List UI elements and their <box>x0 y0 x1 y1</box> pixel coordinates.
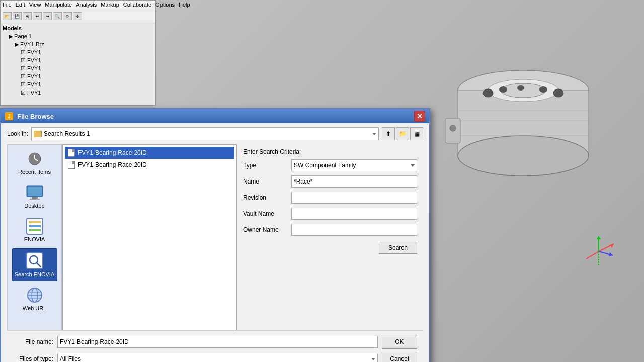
svg-marker-20 <box>610 244 614 248</box>
toolbar-print[interactable]: 🖨 <box>23 12 32 20</box>
tree-item[interactable]: ☑ FVY1 <box>3 88 153 97</box>
owner-name-input[interactable] <box>291 224 417 236</box>
menu-collaborate[interactable]: Collaborate <box>123 2 151 8</box>
dialog-sidebar: Recent Items Desktop <box>7 144 62 330</box>
cad-model-panel: File Edit View Manipulate Analysis Marku… <box>0 0 156 106</box>
web-url-icon <box>25 286 45 304</box>
tree-item[interactable]: ☑ FVY1 <box>3 80 153 88</box>
svg-marker-22 <box>609 252 613 256</box>
navigate-up-button[interactable]: ⬆ <box>382 127 395 140</box>
search-criteria-title: Enter Search Criteria: <box>243 148 417 155</box>
look-in-dropdown[interactable]: Search Results 1 <box>31 127 379 140</box>
svg-line-16 <box>586 251 599 259</box>
svg-rect-29 <box>30 199 40 200</box>
vault-name-field-row: Vault Name <box>243 208 417 220</box>
cancel-button[interactable]: Cancel <box>382 352 417 362</box>
ok-button[interactable]: OK <box>382 335 417 349</box>
menu-analysis[interactable]: Analysis <box>76 2 97 8</box>
sidebar-item-search-enovia[interactable]: Search ENOVIA <box>12 248 57 281</box>
enovia-label: ENOVIA <box>24 236 45 243</box>
toolbar-redo[interactable]: ↪ <box>43 12 52 20</box>
recent-items-label: Recent Items <box>18 169 51 175</box>
cad-toolbar[interactable]: 📂 💾 🖨 ↩ ↪ 🔍 ⟳ ✛ <box>1 9 155 23</box>
menu-view[interactable]: View <box>29 2 41 8</box>
tree-item[interactable]: ☑ FVY1 <box>3 64 153 72</box>
view-options-button[interactable]: ▦ <box>410 127 423 140</box>
tree-item[interactable]: ☑ FVY1 <box>3 48 153 56</box>
name-label: Name <box>243 178 288 185</box>
svg-marker-21 <box>597 236 601 239</box>
toolbar-zoom[interactable]: 🔍 <box>53 12 62 20</box>
menu-help[interactable]: Help <box>179 2 190 8</box>
svg-rect-27 <box>28 187 42 196</box>
file-list-area: FVY1-Bearing-Race-20ID FVY1-Bearing-Race… <box>62 144 237 330</box>
file-doc-icon-1 <box>68 161 75 169</box>
vault-name-input[interactable] <box>291 208 417 220</box>
sidebar-item-desktop[interactable]: Desktop <box>12 180 57 212</box>
file-name-1: FVY1-Bearing-Race-20ID <box>78 161 147 168</box>
toolbar-pan[interactable]: ✛ <box>73 12 82 20</box>
dropdown-arrow-icon <box>372 133 376 135</box>
svg-rect-28 <box>32 197 38 199</box>
toolbar-undo[interactable]: ↩ <box>33 12 42 20</box>
menu-manipulate[interactable]: Manipulate <box>45 2 72 8</box>
dialog-title-text: File Browse <box>17 113 414 120</box>
sidebar-item-recent[interactable]: Recent Items <box>12 147 57 178</box>
dialog-bottom-bar: File name: OK Files of type: All Files C… <box>7 330 423 362</box>
create-folder-button[interactable]: 📁 <box>396 127 409 140</box>
toolbar-save[interactable]: 💾 <box>13 12 22 20</box>
tree-item[interactable]: ☑ FVY1 <box>3 56 153 64</box>
menu-edit[interactable]: Edit <box>16 2 25 8</box>
search-button[interactable]: Search <box>379 242 417 254</box>
file-list-item-1[interactable]: FVY1-Bearing-Race-20ID <box>65 159 234 171</box>
svg-rect-31 <box>29 221 41 223</box>
look-in-toolbar: ⬆ 📁 ▦ <box>382 127 423 140</box>
look-in-bar: Look in: Search Results 1 ⬆ 📁 ▦ <box>7 127 423 140</box>
toolbar-rotate[interactable]: ⟳ <box>63 12 72 20</box>
dialog-close-button[interactable]: ✕ <box>414 111 425 122</box>
look-in-text: Search Results 1 <box>44 130 90 137</box>
sidebar-item-enovia[interactable]: ENOVIA <box>12 214 57 246</box>
web-url-label: Web URL <box>23 305 46 312</box>
file-name-label: File name: <box>13 338 53 345</box>
revision-label: Revision <box>243 194 288 201</box>
file-browse-dialog: J File Browse ✕ Look in: Search Results … <box>0 108 430 362</box>
dialog-container: J File Browse ✕ Look in: Search Results … <box>0 108 430 362</box>
svg-point-2 <box>458 136 589 176</box>
files-of-type-value: All Files <box>60 355 81 362</box>
menu-markup[interactable]: Markup <box>101 2 119 8</box>
tree-item[interactable]: ☑ FVY1 <box>3 72 153 80</box>
type-label: Type <box>243 162 288 169</box>
filetype-row: Files of type: All Files Cancel <box>13 352 417 362</box>
vault-name-label: Vault Name <box>243 210 288 217</box>
menu-options[interactable]: Options <box>155 2 175 8</box>
search-enovia-icon <box>25 252 45 270</box>
folder-icon <box>34 131 42 137</box>
search-enovia-label: Search ENOVIA <box>15 271 54 278</box>
revision-input[interactable] <box>291 192 417 204</box>
tree-item[interactable]: ▶ FVY1-Brz <box>3 40 153 48</box>
tree-item[interactable]: ▶ Page 1 <box>3 32 153 40</box>
file-list-item-0[interactable]: FVY1-Bearing-Race-20ID <box>65 147 234 159</box>
svg-rect-33 <box>29 229 41 231</box>
files-of-type-arrow <box>371 358 375 360</box>
axis-indicator <box>579 231 619 272</box>
name-field-row: Name <box>243 175 417 188</box>
toolbar-open[interactable]: 📂 <box>3 12 12 20</box>
cad-menu-bar[interactable]: File Edit View Manipulate Analysis Marku… <box>1 1 155 9</box>
models-title: Models <box>3 25 153 31</box>
svg-point-14 <box>450 125 456 131</box>
svg-rect-32 <box>29 225 41 227</box>
svg-point-7 <box>499 86 507 93</box>
cad-3d-object <box>443 40 604 231</box>
type-value: SW Component Family <box>294 162 356 169</box>
svg-point-9 <box>517 85 524 90</box>
type-dropdown[interactable]: SW Component Family <box>291 159 417 171</box>
dialog-titlebar: J File Browse ✕ <box>1 109 429 123</box>
look-in-label: Look in: <box>7 130 28 137</box>
file-name-input[interactable] <box>57 336 378 348</box>
name-input[interactable] <box>291 175 417 188</box>
files-of-type-dropdown[interactable]: All Files <box>57 353 378 362</box>
menu-file[interactable]: File <box>3 2 12 8</box>
sidebar-item-web-url[interactable]: Web URL <box>12 283 57 315</box>
